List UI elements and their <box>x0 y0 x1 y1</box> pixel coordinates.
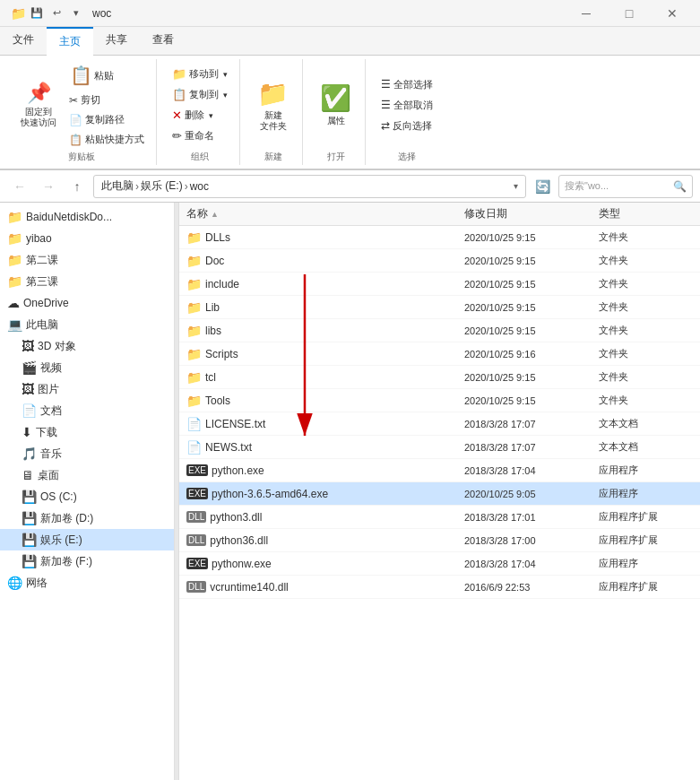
txt-icon: 📄 <box>186 417 202 431</box>
sidebar-item-disanke[interactable]: 📁 第三课 <box>0 271 174 292</box>
ribbon-group-open: ✅ 属性 打开 <box>307 59 366 165</box>
tab-home[interactable]: 主页 <box>47 27 93 56</box>
properties-btn[interactable]: ✅ 属性 <box>314 79 358 132</box>
copy-path-icon: 📄 <box>69 114 82 126</box>
forward-btn: → <box>36 174 61 199</box>
copy-to-btn[interactable]: 📋 复制到 ▾ <box>168 85 232 104</box>
sidebar-item-network[interactable]: 🌐 网络 <box>0 572 174 594</box>
table-row[interactable]: 📁 DLLs 2020/10/25 9:15 文件夹 <box>179 226 700 249</box>
quick-undo-btn[interactable]: ↩ <box>48 4 65 22</box>
sidebar-item-downloads[interactable]: ⬇ 下载 <box>0 421 174 443</box>
video-icon: 🎬 <box>22 360 37 375</box>
file-list: 📁 DLLs 2020/10/25 9:15 文件夹 📁 Doc 2020/10… <box>179 226 700 780</box>
tab-file[interactable]: 文件 <box>0 27 47 55</box>
cut-btn[interactable]: ✂ 剪切 <box>65 91 149 109</box>
col-header-name[interactable]: 名称 ▲ <box>179 203 457 225</box>
table-row[interactable]: DLL python3.dll 2018/3/28 17:01 应用程序扩展 <box>179 506 700 529</box>
quick-save-btn[interactable]: 💾 <box>28 4 46 22</box>
table-row[interactable]: 📄 NEWS.txt 2018/3/28 17:07 文本文档 <box>179 436 700 459</box>
table-row-python365[interactable]: EXE python-3.6.5-amd64.exe 2020/10/25 9:… <box>179 482 700 506</box>
table-row-include[interactable]: 📁 include 2020/10/25 9:15 文件夹 <box>179 273 700 296</box>
refresh-btn[interactable]: 🔄 <box>530 174 555 199</box>
sidebar-item-drived[interactable]: 💾 新加卷 (D:) <box>0 507 174 529</box>
organize-label: 组织 <box>191 149 209 163</box>
table-row[interactable]: 📁 Tools 2020/10/25 9:15 文件夹 <box>179 389 700 412</box>
table-row[interactable]: 📁 Doc 2020/10/25 9:15 文件夹 <box>179 249 700 273</box>
sidebar-item-3d[interactable]: 🖼 3D 对象 <box>0 335 174 357</box>
sidebar-item-desktop[interactable]: 🖥 桌面 <box>0 464 174 486</box>
3d-icon: 🖼 <box>22 339 34 353</box>
title-bar: 📁 💾 ↩ ▾ woc ─ □ ✕ <box>0 0 700 27</box>
sidebar-item-baidunetdisk[interactable]: 📁 BaiduNetdiskDo... <box>0 206 174 228</box>
computer-icon: 💻 <box>7 317 22 332</box>
title-text: woc <box>92 7 111 20</box>
dll-icon: DLL <box>186 534 206 546</box>
sidebar-item-pictures[interactable]: 🖼 图片 <box>0 378 174 400</box>
close-btn[interactable]: ✕ <box>652 0 693 27</box>
address-part-0[interactable]: 此电脑 <box>101 178 134 194</box>
sort-arrow-icon: ▲ <box>211 210 219 219</box>
address-part-2[interactable]: woc <box>190 180 209 193</box>
sidebar-item-yibao[interactable]: 📁 yibao <box>0 228 174 249</box>
open-label: 打开 <box>327 149 345 163</box>
tab-view[interactable]: 查看 <box>140 27 186 55</box>
table-row[interactable]: DLL vcruntime140.dll 2016/6/9 22:53 应用程序… <box>179 576 700 599</box>
folder-icon: 📁 <box>186 300 202 315</box>
download-icon: ⬇ <box>22 425 32 439</box>
copy-path-btn[interactable]: 📄 复制路径 <box>65 110 149 129</box>
table-row[interactable]: EXE pythonw.exe 2018/3/28 17:04 应用程序 <box>179 552 700 576</box>
sidebar-item-osc[interactable]: 💾 OS (C:) <box>0 486 174 507</box>
title-controls: ─ □ ✕ <box>566 0 693 27</box>
paste-btn[interactable]: 📋 粘贴 <box>65 61 149 90</box>
sidebar-item-dierke[interactable]: 📁 第二课 <box>0 249 174 271</box>
ribbon-group-select: ☰ 全部选择 ☰ 全部取消 ⇄ 反向选择 选择 <box>369 59 445 165</box>
minimize-btn[interactable]: ─ <box>566 0 607 27</box>
sidebar-item-thispc[interactable]: 💻 此电脑 <box>0 314 174 335</box>
col-header-date[interactable]: 修改日期 <box>457 203 592 225</box>
pin-btn[interactable]: 📌 固定到 快速访问 <box>14 61 63 149</box>
table-row[interactable]: 📄 LICENSE.txt 2018/3/28 17:07 文本文档 <box>179 412 700 436</box>
window-icon: 📁 <box>11 6 26 21</box>
select-all-btn[interactable]: ☰ 全部选择 <box>376 75 437 94</box>
table-row[interactable]: 📁 libs 2020/10/25 9:15 文件夹 <box>179 319 700 342</box>
sidebar-item-drivee[interactable]: 💾 娱乐 (E:) <box>0 529 174 550</box>
sidebar-item-video[interactable]: 🎬 视频 <box>0 357 174 378</box>
address-part-1[interactable]: 娱乐 (E:) <box>141 178 183 194</box>
copy-icon: 📋 <box>172 88 186 101</box>
clipboard-label: 剪贴板 <box>68 149 95 163</box>
tab-share[interactable]: 共享 <box>93 27 140 55</box>
properties-icon: ✅ <box>320 83 351 113</box>
table-row[interactable]: DLL python36.dll 2018/3/28 17:00 应用程序扩展 <box>179 529 700 552</box>
paste-shortcut-btn[interactable]: 📋 粘贴快捷方式 <box>65 130 149 149</box>
sidebar-item-onedrive[interactable]: ☁ OneDrive <box>0 292 174 314</box>
new-folder-icon: 📁 <box>257 79 289 108</box>
sidebar-item-music[interactable]: 🎵 音乐 <box>0 443 174 464</box>
table-row[interactable]: EXE python.exe 2018/3/28 17:04 应用程序 <box>179 459 700 482</box>
ribbon: 文件 主页 共享 查看 📌 固定到 快速访问 📋 粘贴 <box>0 27 700 170</box>
table-row[interactable]: 📁 Lib 2020/10/25 9:15 文件夹 <box>179 296 700 319</box>
back-btn: ← <box>7 174 32 199</box>
table-row[interactable]: 📁 tcl 2020/10/25 9:15 文件夹 <box>179 366 700 389</box>
new-folder-btn[interactable]: 📁 新建 文件夹 <box>251 74 295 136</box>
drive-c-icon: 💾 <box>22 490 37 504</box>
invert-select-btn[interactable]: ⇄ 反向选择 <box>376 117 436 135</box>
drive-e-icon: 💾 <box>22 533 37 547</box>
address-bar[interactable]: 此电脑 › 娱乐 (E:) › woc ▾ <box>93 175 526 198</box>
up-btn[interactable]: ↑ <box>65 174 90 199</box>
search-bar[interactable]: 搜索"wo... 🔍 <box>558 175 693 198</box>
delete-btn[interactable]: ✕ 删除 ▾ <box>168 106 218 125</box>
move-to-btn[interactable]: 📁 移动到 ▾ <box>168 65 232 83</box>
maximize-btn[interactable]: □ <box>609 0 650 27</box>
ribbon-content: 📌 固定到 快速访问 📋 粘贴 ✂ 剪切 📄 <box>0 56 700 169</box>
delete-icon: ✕ <box>172 108 182 122</box>
network-icon: 🌐 <box>7 576 22 590</box>
rename-btn[interactable]: ✏ 重命名 <box>168 126 219 145</box>
table-row[interactable]: 📁 Scripts 2020/10/25 9:16 文件夹 <box>179 342 700 366</box>
sidebar-item-drivef[interactable]: 💾 新加卷 (F:) <box>0 550 174 572</box>
address-dropdown-btn[interactable]: ▾ <box>514 181 518 191</box>
drive-f-icon: 💾 <box>22 554 37 568</box>
sidebar-item-docs[interactable]: 📄 文档 <box>0 400 174 421</box>
quick-dropdown-btn[interactable]: ▾ <box>67 4 85 22</box>
select-none-btn[interactable]: ☰ 全部取消 <box>376 96 437 115</box>
col-header-type[interactable]: 类型 <box>592 203 700 225</box>
